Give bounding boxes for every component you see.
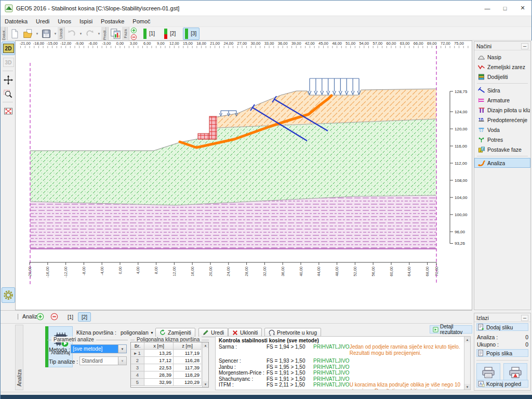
- menu-item-pomoč[interactable]: Pomoč: [128, 16, 154, 26]
- pan-icon: [3, 75, 14, 85]
- undo-dropdown[interactable]: ▼: [78, 32, 83, 35]
- convert-button-label: Pretvorite u krug: [277, 329, 317, 336]
- menu-bar: DatotekaUrediUnosIspisiPostavkePomoč: [1, 16, 531, 27]
- save-dropdown[interactable]: ▼: [53, 32, 58, 35]
- table-scrollbar[interactable]: ▲ ▼: [202, 342, 208, 387]
- table-row[interactable]: 428,39118,29: [131, 371, 208, 379]
- phase-status-bar-icon: [164, 29, 167, 39]
- separator: [1, 323, 472, 324]
- undo-button[interactable]: [65, 28, 78, 40]
- chevron-down-icon[interactable]: ▼: [150, 331, 154, 335]
- separator: [476, 360, 528, 361]
- view-3d-button[interactable]: 3D: [2, 56, 15, 69]
- printer-settings-icon: [509, 366, 522, 379]
- phase-button-1[interactable]: [1]: [141, 28, 158, 40]
- analysis-count-row: Analiza : 0: [477, 334, 528, 340]
- close-button[interactable]: ✕: [514, 1, 531, 16]
- sidebar-item-predopterecenje[interactable]: Predopterećenje: [474, 115, 530, 125]
- scroll-up-icon[interactable]: ▲: [203, 342, 208, 348]
- sidebar-item-dizajn-pilota[interactable]: Dizajn pilota u klizištima: [474, 105, 530, 115]
- remove-phase-button[interactable]: [130, 34, 137, 41]
- table-row[interactable]: 532,99120,29: [131, 379, 208, 386]
- sidebar-item-potres[interactable]: Potres: [474, 135, 530, 144]
- table-row[interactable]: ▸ 113,25117,19: [131, 350, 208, 357]
- details-icon: [433, 327, 438, 332]
- menu-item-ispisi[interactable]: Ispisi: [75, 16, 97, 26]
- sidebar-item-nasip[interactable]: Nasip: [474, 52, 530, 62]
- fit-view-button[interactable]: [2, 104, 15, 118]
- analysis-tab-2[interactable]: [2]: [78, 312, 91, 322]
- replace-button[interactable]: Zamijeniti: [155, 328, 195, 337]
- menu-item-uredi[interactable]: Uredi: [32, 16, 54, 26]
- phase-button-3[interactable]: [3]: [183, 28, 200, 40]
- sidebar-item-sidra[interactable]: Sidra: [474, 85, 530, 95]
- table-row[interactable]: 217,12116,28: [131, 357, 208, 364]
- analysis-tab-1[interactable]: [1]: [64, 312, 77, 322]
- drawing-canvas[interactable]: -21,00-18,00-15,00-12,00-9,00-6,00-3,000…: [15, 41, 472, 310]
- scroll-up-icon[interactable]: ▲: [464, 337, 470, 342]
- redo-dropdown[interactable]: ▼: [97, 32, 101, 35]
- sidebar-item-armature[interactable]: Armature: [474, 95, 530, 105]
- maximize-button[interactable]: □: [496, 1, 514, 16]
- phase-status-bar-icon: [143, 29, 147, 39]
- remove-analysis-button[interactable]: [50, 312, 59, 321]
- slip-surface-table[interactable]: Br.x [m]z [m] ▸ 113,25117,19217,12116,28…: [130, 342, 209, 388]
- top-ruler-label: 0,00: [116, 41, 124, 46]
- result-row: Shachunyanc :FS = 1,91 > 1,50PRIHVATLJIV…: [219, 376, 462, 382]
- phase-button-2[interactable]: [2]: [162, 28, 179, 40]
- table-row[interactable]: 322,53117,39: [131, 364, 208, 371]
- slip-table-group: Poligonalna klizna površina: [130, 340, 209, 341]
- scroll-down-icon[interactable]: ▼: [203, 381, 208, 387]
- open-file-button[interactable]: [22, 28, 34, 40]
- pan-button[interactable]: [2, 73, 15, 87]
- add-picture-button[interactable]: Dodaj sliku: [476, 323, 528, 331]
- top-ruler-label: 9,00: [157, 41, 165, 46]
- minimize-button[interactable]: —: [478, 1, 496, 16]
- print-settings-button[interactable]: [503, 363, 527, 382]
- method-dropdown[interactable]: [sve metode] ▼: [71, 344, 127, 353]
- settings-button[interactable]: [2, 287, 15, 303]
- separator: [477, 156, 528, 156]
- slip-surface-dropdown[interactable]: poligonalan: [121, 329, 149, 336]
- view-2d-button[interactable]: 2D: [2, 42, 15, 55]
- sidebar-item-dodijeliti[interactable]: Dodijeliti: [474, 72, 530, 82]
- bottom-axis-label: 68,00: [425, 267, 430, 276]
- elevation-label: 128,75: [455, 89, 468, 94]
- result-method: Sarma :: [219, 344, 267, 356]
- sidebar-item-voda[interactable]: Voda: [474, 125, 530, 135]
- convert-icon: [269, 329, 275, 336]
- sidebar-item-label: Armature: [487, 97, 510, 103]
- chevron-down-icon[interactable]: ▼: [118, 345, 126, 353]
- menu-item-datoteka[interactable]: Datoteka: [1, 16, 32, 26]
- sidebar-item-analiza[interactable]: Analiza: [474, 158, 530, 168]
- menu-item-postavke[interactable]: Postavke: [97, 16, 128, 26]
- results-scrollbar[interactable]: ▲ ▼: [464, 337, 470, 390]
- scroll-down-icon[interactable]: ▼: [464, 384, 470, 390]
- bottom-axis-label: 70,00: [434, 267, 439, 276]
- result-details-button[interactable]: Detajl rezultatov: [430, 325, 472, 334]
- cell-x-value: 22,53: [144, 364, 174, 371]
- copy-view-button[interactable]: A Kopiraj pogled: [476, 380, 528, 388]
- tab-analiza-vertical[interactable]: Analiza: [15, 325, 23, 390]
- collapse-button[interactable]: –: [521, 315, 528, 321]
- top-ruler-label: -21,00: [20, 41, 31, 46]
- panel-grip[interactable]: [18, 314, 20, 320]
- picture-list-button[interactable]: Popis slika: [476, 349, 528, 357]
- slip-surface-label: Klizna površina :: [76, 329, 116, 336]
- sidebar-item-postavke-faze[interactable]: 21Postavke faze: [474, 144, 530, 154]
- analysis-params-group: Parametri analize Metoda : [sve metode] …: [47, 340, 128, 375]
- cell-x-value: 28,39: [144, 371, 174, 379]
- collapse-button[interactable]: –: [521, 43, 528, 49]
- copy-picture-button[interactable]: [109, 28, 122, 40]
- redo-button[interactable]: [84, 28, 96, 40]
- sidebar-item-zemeljski-zarez[interactable]: Zemeljski zarez: [474, 62, 530, 72]
- elevation-label: 108,00: [455, 178, 468, 183]
- zoom-button[interactable]: [2, 87, 15, 101]
- open-file-dropdown[interactable]: ▼: [35, 32, 39, 35]
- save-button[interactable]: [40, 28, 52, 40]
- add-analysis-button[interactable]: [36, 312, 45, 321]
- new-file-button[interactable]: [8, 28, 21, 40]
- add-phase-button[interactable]: [130, 27, 137, 34]
- print-button[interactable]: [476, 363, 500, 382]
- menu-item-unos[interactable]: Unos: [54, 16, 75, 26]
